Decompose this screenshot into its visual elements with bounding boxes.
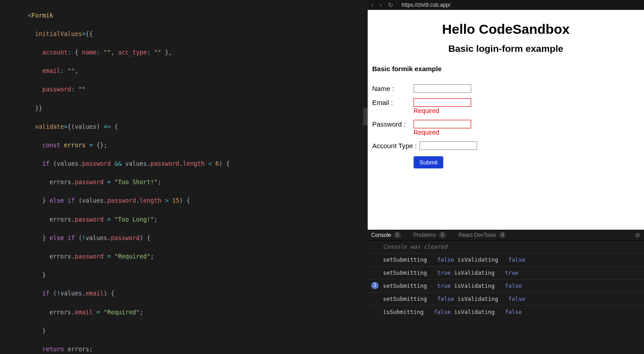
email-label: Email : [372, 98, 414, 106]
scrollbar-thumb[interactable] [363, 108, 368, 125]
clear-console-icon[interactable]: ⊘ [635, 231, 640, 239]
email-error: Required [414, 107, 471, 114]
email-input[interactable] [414, 98, 471, 107]
code-content[interactable]: <Formik initialValues={{ account: { name… [0, 0, 368, 354]
login-form: Name : Email : Required Password : [372, 82, 639, 168]
name-label: Name : [372, 84, 414, 92]
console-log-row: setSubmitting false isValidating false [368, 253, 644, 266]
name-input[interactable] [414, 84, 471, 93]
console-log-row: setSubmitting true isValidating true [368, 266, 644, 279]
address-bar[interactable]: https://zlvi9.csb.app/ [399, 2, 640, 8]
console-log-row: setSubmitting false isValidating false [368, 292, 644, 305]
account-type-label: Account Type : [372, 141, 417, 150]
console-log-row: 2setSubmitting true isValidating false [368, 279, 644, 292]
tab-problems[interactable]: Problems0 [414, 232, 446, 238]
console-log-row: isSubmitting false isValidating false [368, 305, 644, 318]
console-tabs: Console0 Problems0 React DevTools0 ⊘ [368, 230, 644, 241]
password-input[interactable] [414, 120, 471, 128]
nav-reload-icon[interactable]: ↻ [388, 2, 393, 8]
console-log-row: Console was cleared [368, 241, 644, 253]
preview-toolbar: ‹ › ↻ https://zlvi9.csb.app/ [368, 0, 644, 10]
preview-h1: Hello CodeSandbox [372, 22, 639, 37]
preview-h3: Basic formik example [372, 65, 639, 73]
nav-back-icon[interactable]: ‹ [371, 2, 374, 8]
account-type-input[interactable] [419, 141, 477, 150]
console-output[interactable]: Console was clearedsetSubmitting false i… [368, 241, 644, 354]
code-editor[interactable]: <Formik initialValues={{ account: { name… [0, 0, 368, 354]
tab-console[interactable]: Console0 [371, 232, 401, 238]
nav-forward-icon[interactable]: › [380, 2, 382, 8]
submit-button[interactable]: Submit [414, 156, 443, 168]
tab-react-devtools[interactable]: React DevTools0 [459, 232, 506, 238]
preview-pane: Hello CodeSandbox Basic login-form examp… [368, 10, 644, 230]
password-error: Required [414, 129, 471, 136]
password-label: Password : [372, 120, 414, 128]
preview-h2: Basic login-form example [372, 43, 639, 54]
